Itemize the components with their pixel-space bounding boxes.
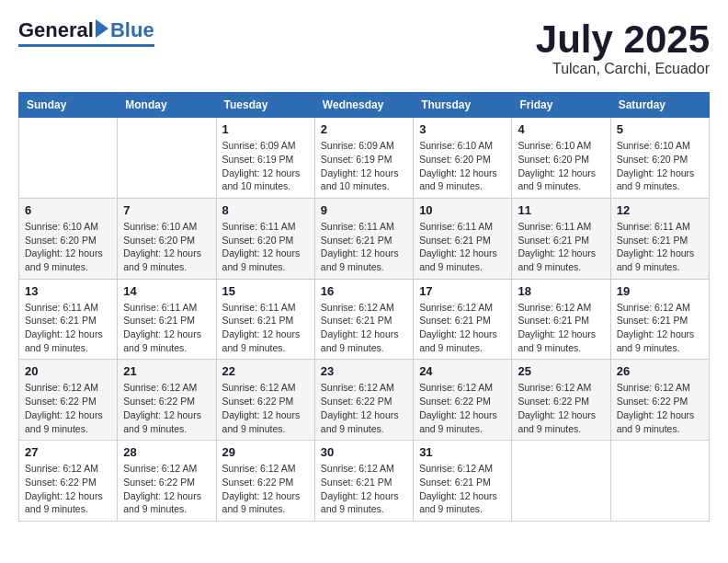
calendar-week-row: 27Sunrise: 6:12 AM Sunset: 6:22 PM Dayli…: [19, 441, 710, 522]
day-number: 7: [123, 203, 210, 217]
day-number: 21: [123, 364, 210, 378]
day-info: Sunrise: 6:12 AM Sunset: 6:21 PM Dayligh…: [321, 301, 407, 355]
logo: General Blue: [18, 18, 154, 47]
logo-general-text: General: [18, 18, 94, 42]
day-number: 8: [222, 203, 309, 217]
day-info: Sunrise: 6:10 AM Sunset: 6:20 PM Dayligh…: [123, 220, 210, 274]
calendar-cell: 19Sunrise: 6:12 AM Sunset: 6:21 PM Dayli…: [610, 279, 709, 360]
day-number: 1: [222, 122, 309, 136]
calendar-header-row: SundayMondayTuesdayWednesdayThursdayFrid…: [19, 93, 710, 118]
calendar-cell: 10Sunrise: 6:11 AM Sunset: 6:21 PM Dayli…: [414, 198, 512, 279]
calendar-cell: 8Sunrise: 6:11 AM Sunset: 6:20 PM Daylig…: [216, 198, 314, 279]
day-number: 4: [518, 122, 604, 136]
location-text: Tulcan, Carchi, Ecuador: [536, 61, 710, 77]
column-header-friday: Friday: [512, 93, 610, 118]
day-info: Sunrise: 6:12 AM Sunset: 6:22 PM Dayligh…: [419, 381, 506, 435]
day-info: Sunrise: 6:10 AM Sunset: 6:20 PM Dayligh…: [25, 220, 111, 274]
calendar-cell: 9Sunrise: 6:11 AM Sunset: 6:21 PM Daylig…: [314, 198, 413, 279]
calendar-cell: 29Sunrise: 6:12 AM Sunset: 6:22 PM Dayli…: [216, 441, 314, 522]
day-info: Sunrise: 6:12 AM Sunset: 6:22 PM Dayligh…: [222, 381, 309, 435]
day-info: Sunrise: 6:11 AM Sunset: 6:21 PM Dayligh…: [321, 220, 407, 274]
day-info: Sunrise: 6:11 AM Sunset: 6:21 PM Dayligh…: [617, 220, 703, 274]
calendar-cell: 16Sunrise: 6:12 AM Sunset: 6:21 PM Dayli…: [314, 279, 413, 360]
column-header-tuesday: Tuesday: [216, 93, 314, 118]
logo-arrow-icon: [96, 19, 108, 38]
day-number: 19: [617, 284, 703, 298]
calendar-cell: 28Sunrise: 6:12 AM Sunset: 6:22 PM Dayli…: [118, 441, 216, 522]
calendar-cell: 27Sunrise: 6:12 AM Sunset: 6:22 PM Dayli…: [19, 441, 118, 522]
calendar-cell: 2Sunrise: 6:09 AM Sunset: 6:19 PM Daylig…: [314, 118, 413, 199]
calendar-week-row: 1Sunrise: 6:09 AM Sunset: 6:19 PM Daylig…: [19, 118, 710, 199]
day-info: Sunrise: 6:10 AM Sunset: 6:20 PM Dayligh…: [518, 139, 604, 193]
calendar-cell: 7Sunrise: 6:10 AM Sunset: 6:20 PM Daylig…: [118, 198, 216, 279]
calendar-cell: 12Sunrise: 6:11 AM Sunset: 6:21 PM Dayli…: [610, 198, 709, 279]
calendar-cell: [610, 441, 709, 522]
day-info: Sunrise: 6:12 AM Sunset: 6:21 PM Dayligh…: [419, 462, 506, 516]
calendar-week-row: 13Sunrise: 6:11 AM Sunset: 6:21 PM Dayli…: [19, 279, 710, 360]
calendar-cell: 15Sunrise: 6:11 AM Sunset: 6:21 PM Dayli…: [216, 279, 314, 360]
day-number: 9: [321, 203, 407, 217]
day-info: Sunrise: 6:11 AM Sunset: 6:21 PM Dayligh…: [518, 220, 604, 274]
calendar-cell: 26Sunrise: 6:12 AM Sunset: 6:22 PM Dayli…: [610, 360, 709, 441]
day-info: Sunrise: 6:12 AM Sunset: 6:22 PM Dayligh…: [617, 381, 703, 435]
day-info: Sunrise: 6:12 AM Sunset: 6:22 PM Dayligh…: [25, 462, 111, 516]
day-number: 6: [25, 203, 111, 217]
calendar-cell: 11Sunrise: 6:11 AM Sunset: 6:21 PM Dayli…: [512, 198, 610, 279]
calendar-cell: 30Sunrise: 6:12 AM Sunset: 6:21 PM Dayli…: [314, 441, 413, 522]
calendar-cell: 13Sunrise: 6:11 AM Sunset: 6:21 PM Dayli…: [19, 279, 118, 360]
column-header-wednesday: Wednesday: [314, 93, 413, 118]
logo-underline: [18, 44, 154, 47]
day-number: 12: [617, 203, 703, 217]
logo-blue-text: Blue: [110, 18, 154, 42]
calendar-cell: [512, 441, 610, 522]
column-header-thursday: Thursday: [414, 93, 512, 118]
day-info: Sunrise: 6:12 AM Sunset: 6:21 PM Dayligh…: [419, 301, 506, 355]
day-number: 2: [321, 122, 407, 136]
day-number: 13: [25, 284, 111, 298]
day-number: 25: [518, 364, 604, 378]
day-number: 11: [518, 203, 604, 217]
day-number: 28: [123, 445, 210, 459]
calendar-cell: 1Sunrise: 6:09 AM Sunset: 6:19 PM Daylig…: [216, 118, 314, 199]
calendar-cell: 22Sunrise: 6:12 AM Sunset: 6:22 PM Dayli…: [216, 360, 314, 441]
calendar-cell: 18Sunrise: 6:12 AM Sunset: 6:21 PM Dayli…: [512, 279, 610, 360]
day-number: 15: [222, 284, 309, 298]
calendar-cell: [19, 118, 118, 199]
day-info: Sunrise: 6:12 AM Sunset: 6:21 PM Dayligh…: [321, 462, 407, 516]
day-info: Sunrise: 6:12 AM Sunset: 6:22 PM Dayligh…: [25, 381, 111, 435]
day-info: Sunrise: 6:10 AM Sunset: 6:20 PM Dayligh…: [617, 139, 703, 193]
day-info: Sunrise: 6:10 AM Sunset: 6:20 PM Dayligh…: [419, 139, 506, 193]
calendar-cell: 20Sunrise: 6:12 AM Sunset: 6:22 PM Dayli…: [19, 360, 118, 441]
calendar-week-row: 20Sunrise: 6:12 AM Sunset: 6:22 PM Dayli…: [19, 360, 710, 441]
calendar-cell: 6Sunrise: 6:10 AM Sunset: 6:20 PM Daylig…: [19, 198, 118, 279]
day-number: 3: [419, 122, 506, 136]
calendar-table: SundayMondayTuesdayWednesdayThursdayFrid…: [18, 92, 710, 522]
calendar-cell: 4Sunrise: 6:10 AM Sunset: 6:20 PM Daylig…: [512, 118, 610, 199]
day-number: 17: [419, 284, 506, 298]
title-block: July 2025 Tulcan, Carchi, Ecuador: [536, 18, 710, 77]
day-info: Sunrise: 6:11 AM Sunset: 6:20 PM Dayligh…: [222, 220, 309, 274]
day-number: 23: [321, 364, 407, 378]
day-info: Sunrise: 6:09 AM Sunset: 6:19 PM Dayligh…: [222, 139, 309, 193]
calendar-cell: 5Sunrise: 6:10 AM Sunset: 6:20 PM Daylig…: [610, 118, 709, 199]
month-title: July 2025: [536, 18, 710, 61]
day-info: Sunrise: 6:12 AM Sunset: 6:22 PM Dayligh…: [123, 381, 210, 435]
day-number: 14: [123, 284, 210, 298]
day-info: Sunrise: 6:09 AM Sunset: 6:19 PM Dayligh…: [321, 139, 407, 193]
day-info: Sunrise: 6:11 AM Sunset: 6:21 PM Dayligh…: [25, 301, 111, 355]
day-number: 5: [617, 122, 703, 136]
day-info: Sunrise: 6:12 AM Sunset: 6:21 PM Dayligh…: [518, 301, 604, 355]
day-info: Sunrise: 6:12 AM Sunset: 6:21 PM Dayligh…: [617, 301, 703, 355]
calendar-week-row: 6Sunrise: 6:10 AM Sunset: 6:20 PM Daylig…: [19, 198, 710, 279]
calendar-cell: 31Sunrise: 6:12 AM Sunset: 6:21 PM Dayli…: [414, 441, 512, 522]
day-number: 20: [25, 364, 111, 378]
column-header-monday: Monday: [118, 93, 216, 118]
calendar-cell: 14Sunrise: 6:11 AM Sunset: 6:21 PM Dayli…: [118, 279, 216, 360]
day-number: 24: [419, 364, 506, 378]
day-number: 22: [222, 364, 309, 378]
calendar-cell: 3Sunrise: 6:10 AM Sunset: 6:20 PM Daylig…: [414, 118, 512, 199]
page-header: General Blue July 2025 Tulcan, Carchi, E…: [18, 18, 710, 77]
day-number: 30: [321, 445, 407, 459]
day-info: Sunrise: 6:12 AM Sunset: 6:22 PM Dayligh…: [518, 381, 604, 435]
calendar-cell: 25Sunrise: 6:12 AM Sunset: 6:22 PM Dayli…: [512, 360, 610, 441]
